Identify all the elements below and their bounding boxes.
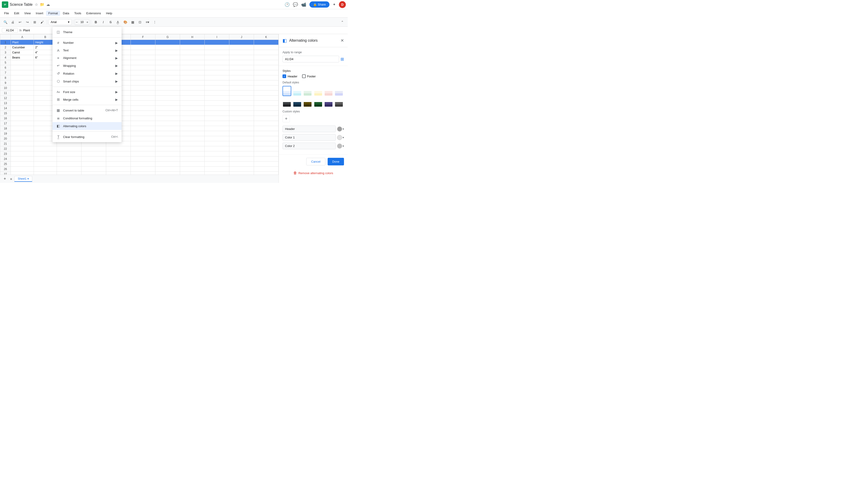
search-button[interactable]: 🔍: [2, 19, 9, 26]
cell-6-9[interactable]: [229, 65, 254, 70]
italic-button[interactable]: I: [100, 19, 106, 26]
font-color-button[interactable]: A̲: [115, 19, 121, 26]
cell-14-6[interactable]: [155, 106, 180, 111]
cell-26-9[interactable]: [229, 167, 254, 172]
cell-23-10[interactable]: [254, 151, 279, 156]
color-swatch-2[interactable]: [303, 86, 312, 96]
color-swatch-7[interactable]: [293, 97, 302, 107]
cell-18-9[interactable]: [229, 126, 254, 131]
cell-26-3[interactable]: [82, 167, 106, 172]
cell-1-7[interactable]: [180, 40, 205, 45]
cell-18-7[interactable]: [180, 126, 205, 131]
cell-7-8[interactable]: [205, 70, 229, 75]
cell-5-8[interactable]: [205, 60, 229, 65]
cell-25-0[interactable]: [11, 161, 34, 167]
cloud-icon[interactable]: ☁: [46, 2, 50, 7]
remove-alternating-link[interactable]: 🗑 Remove alternating colors: [279, 169, 348, 177]
cell-14-7[interactable]: [180, 106, 205, 111]
cell-22-7[interactable]: [180, 146, 205, 151]
cell-1-9[interactable]: [229, 40, 254, 45]
cell-24-8[interactable]: [205, 156, 229, 161]
cell-24-1[interactable]: [34, 156, 57, 161]
collapse-toolbar[interactable]: ⌃: [339, 19, 346, 26]
print-button[interactable]: 🖨: [9, 19, 16, 26]
cell-22-2[interactable]: [57, 146, 82, 151]
cell-20-10[interactable]: [254, 136, 279, 141]
cell-13-10[interactable]: [254, 101, 279, 106]
sheet-list-button[interactable]: ≡: [9, 177, 13, 181]
cell-8-8[interactable]: [205, 75, 229, 80]
sparkle-icon[interactable]: ✦: [333, 2, 336, 7]
color-swatch-1[interactable]: [293, 86, 302, 96]
cell-17-5[interactable]: [131, 121, 155, 126]
align-button[interactable]: ≡▾: [144, 19, 151, 26]
cell-11-0[interactable]: [11, 91, 34, 96]
cell-17-6[interactable]: [155, 121, 180, 126]
cell-26-5[interactable]: [131, 167, 155, 172]
cell-10-8[interactable]: [205, 86, 229, 91]
cell-18-10[interactable]: [254, 126, 279, 131]
col-header-h[interactable]: H: [180, 34, 205, 40]
cell-21-0[interactable]: [11, 141, 34, 146]
cell-8-6[interactable]: [155, 75, 180, 80]
cell-17-10[interactable]: [254, 121, 279, 126]
cell-13-0[interactable]: [11, 101, 34, 106]
cell-16-5[interactable]: [131, 116, 155, 121]
cell-26-2[interactable]: [57, 167, 82, 172]
cell-4-5[interactable]: [131, 55, 155, 60]
cell-22-8[interactable]: [205, 146, 229, 151]
add-custom-button[interactable]: +: [282, 115, 290, 122]
cell-12-0[interactable]: [11, 96, 34, 101]
folder-icon[interactable]: 📁: [40, 2, 44, 7]
cell-15-9[interactable]: [229, 111, 254, 116]
cell-22-10[interactable]: [254, 146, 279, 151]
color1-picker[interactable]: ▾: [337, 135, 344, 140]
font-size-increase[interactable]: +: [86, 20, 89, 24]
cell-20-9[interactable]: [229, 136, 254, 141]
cell-6-0[interactable]: [11, 65, 34, 70]
cell-11-10[interactable]: [254, 91, 279, 96]
cell-1-6[interactable]: [155, 40, 180, 45]
cell-22-5[interactable]: [131, 146, 155, 151]
cell-25-6[interactable]: [155, 161, 180, 167]
cell-25-10[interactable]: [254, 161, 279, 167]
cell-19-10[interactable]: [254, 131, 279, 136]
fill-color-button[interactable]: 🎨: [122, 19, 129, 26]
cell-21-6[interactable]: [155, 141, 180, 146]
cell-3-6[interactable]: [155, 50, 180, 55]
cell-3-10[interactable]: [254, 50, 279, 55]
cell-10-0[interactable]: [11, 86, 34, 91]
cell-17-0[interactable]: [11, 121, 34, 126]
cell-7-0[interactable]: [11, 70, 34, 75]
cell-1-8[interactable]: [205, 40, 229, 45]
cell-4-0[interactable]: Beans: [11, 55, 34, 60]
menu-tools[interactable]: Tools: [72, 10, 83, 16]
cell-23-2[interactable]: [57, 151, 82, 156]
cell-23-5[interactable]: [131, 151, 155, 156]
menu-extensions[interactable]: Extensions: [84, 10, 103, 16]
cell-12-9[interactable]: [229, 96, 254, 101]
cell-3-7[interactable]: [180, 50, 205, 55]
cell-24-5[interactable]: [131, 156, 155, 161]
cell-23-3[interactable]: [82, 151, 106, 156]
cell-25-9[interactable]: [229, 161, 254, 167]
cell-6-7[interactable]: [180, 65, 205, 70]
cell-16-6[interactable]: [155, 116, 180, 121]
cell-2-6[interactable]: [155, 45, 180, 50]
cell-4-10[interactable]: [254, 55, 279, 60]
col-header-i[interactable]: I: [205, 34, 229, 40]
cell-6-8[interactable]: [205, 65, 229, 70]
col-header-j[interactable]: J: [229, 34, 254, 40]
cell-10-6[interactable]: [155, 86, 180, 91]
cell-11-5[interactable]: [131, 91, 155, 96]
cell-23-9[interactable]: [229, 151, 254, 156]
cancel-button[interactable]: Cancel: [306, 158, 325, 166]
star-icon[interactable]: ☆: [35, 2, 38, 7]
cell-20-8[interactable]: [205, 136, 229, 141]
cell-20-0[interactable]: [11, 136, 34, 141]
cell-26-7[interactable]: [180, 167, 205, 172]
menu-item-theme[interactable]: ◫ Theme: [53, 28, 122, 36]
header-checkbox[interactable]: ✓ Header: [282, 74, 298, 78]
cell-11-7[interactable]: [180, 91, 205, 96]
cell-15-0[interactable]: [11, 111, 34, 116]
